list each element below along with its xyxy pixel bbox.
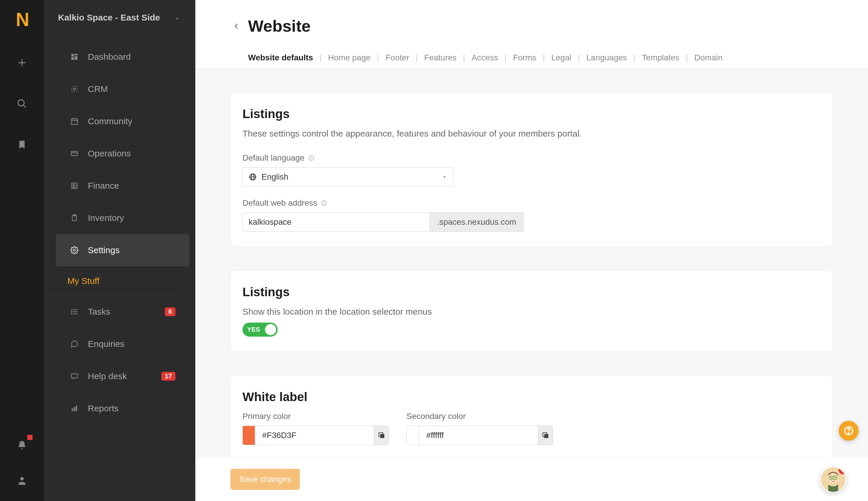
info-icon[interactable] [321, 200, 327, 206]
sidebar-item-label: Operations [88, 149, 175, 159]
sidebar-item-inventory[interactable]: Inventory [56, 202, 189, 234]
tab-features[interactable]: Features [424, 53, 457, 62]
tab-templates[interactable]: Templates [642, 53, 680, 62]
main: Website Website defaults|Home page|Foote… [195, 0, 868, 501]
sidebar-item-tasks[interactable]: Tasks 6 [56, 296, 189, 328]
card-title: White label [242, 390, 821, 404]
table-icon [70, 181, 79, 190]
svg-point-41 [324, 202, 324, 202]
svg-rect-43 [544, 434, 548, 438]
notifications-icon[interactable] [13, 437, 31, 454]
sidebar-item-label: Reports [88, 403, 175, 413]
default-language-select[interactable]: English [242, 167, 453, 186]
secondary-color-input[interactable] [419, 426, 538, 445]
sidebar-item-label: Help desk [88, 371, 161, 381]
search-icon[interactable] [13, 95, 31, 113]
tab-languages[interactable]: Languages [586, 53, 627, 62]
sidebar-item-reports[interactable]: Reports [56, 392, 189, 425]
copy-icon [378, 431, 386, 439]
bookmark-icon[interactable] [13, 136, 31, 153]
card-icon [70, 149, 79, 158]
svg-point-45 [848, 433, 849, 433]
svg-rect-7 [75, 56, 77, 60]
sidebar-item-community[interactable]: Community [56, 105, 189, 137]
help-float-button[interactable] [839, 421, 859, 441]
svg-point-28 [72, 313, 72, 314]
info-icon[interactable] [308, 155, 315, 161]
svg-rect-29 [72, 374, 78, 378]
web-address-input[interactable] [242, 212, 430, 232]
tabs: Website defaults|Home page|Footer|Featur… [230, 47, 833, 68]
page-title: Website [248, 17, 311, 35]
field-label-default-web: Default web address [242, 198, 821, 208]
icon-rail: N [0, 0, 44, 501]
add-icon[interactable] [13, 54, 31, 72]
svg-rect-42 [380, 434, 384, 438]
gear-icon [70, 84, 79, 94]
message-icon [70, 372, 79, 381]
svg-line-3 [23, 105, 26, 108]
tab-separator: | [504, 53, 507, 62]
tab-access[interactable]: Access [471, 53, 498, 62]
caret-down-icon [442, 174, 447, 180]
primary-color-input[interactable] [255, 426, 374, 445]
svg-rect-10 [72, 119, 78, 125]
copy-primary-button[interactable] [374, 426, 389, 445]
page-header: Website Website defaults|Home page|Foote… [195, 0, 868, 68]
bars-icon [70, 404, 79, 413]
sidebar-item-operations[interactable]: Operations [56, 137, 189, 170]
card-title: Listings [242, 285, 821, 299]
sidebar-item-label: Tasks [88, 307, 165, 317]
sidebar-item-settings[interactable]: Settings [56, 234, 189, 266]
svg-point-27 [72, 311, 72, 312]
location-visibility-toggle[interactable]: YES [242, 322, 278, 337]
org-name: Kalkio Space - East Side [58, 12, 168, 23]
sidebar: Kalkio Space - East Side Dashboard CRM C… [44, 0, 195, 501]
org-selector[interactable]: Kalkio Space - East Side [44, 12, 195, 23]
cog-icon [70, 246, 79, 255]
field-label-secondary-color: Secondary color [406, 412, 553, 421]
sidebar-sub-mystuff[interactable]: My Stuff [44, 266, 178, 296]
svg-point-26 [72, 309, 72, 310]
svg-point-22 [74, 249, 76, 252]
avatar-float-button[interactable]: 1 [820, 467, 846, 493]
sidebar-item-label: Enquiries [88, 339, 175, 349]
dashboard-icon [70, 52, 79, 62]
card-listings-settings: Listings These settings control the appe… [230, 92, 833, 247]
tab-website-defaults[interactable]: Website defaults [248, 53, 313, 62]
field-label-default-language: Default language [242, 153, 821, 163]
user-icon[interactable] [13, 472, 31, 489]
card-title: Listings [242, 107, 821, 121]
content[interactable]: Listings These settings control the appe… [195, 68, 868, 501]
sidebar-item-finance[interactable]: Finance [56, 170, 189, 202]
calendar-icon [70, 117, 79, 126]
sidebar-item-helpdesk[interactable]: Help desk 17 [56, 360, 189, 392]
tab-footer[interactable]: Footer [386, 53, 409, 62]
sidebar-item-crm[interactable]: CRM [56, 73, 189, 105]
svg-point-51 [835, 477, 835, 478]
list-icon [70, 307, 79, 317]
copy-secondary-button[interactable] [538, 426, 553, 445]
sidebar-item-label: Community [88, 116, 175, 126]
helpdesk-badge: 17 [161, 372, 175, 381]
tab-separator: | [633, 53, 636, 62]
copy-icon [542, 431, 550, 439]
tab-legal[interactable]: Legal [551, 53, 571, 62]
secondary-color-swatch[interactable] [407, 426, 419, 445]
tab-home-page[interactable]: Home page [328, 53, 370, 62]
tab-forms[interactable]: Forms [513, 53, 536, 62]
primary-color-swatch[interactable] [243, 426, 255, 445]
footer-bar: Save changes [195, 457, 868, 501]
sidebar-item-enquiries[interactable]: Enquiries [56, 328, 189, 360]
svg-rect-16 [72, 183, 77, 189]
card-desc: These settings control the appearance, f… [242, 129, 821, 139]
field-label-primary-color: Primary color [242, 412, 389, 421]
tab-domain[interactable]: Domain [694, 53, 723, 62]
back-button[interactable] [230, 20, 242, 32]
svg-rect-6 [75, 54, 77, 56]
sidebar-item-dashboard[interactable]: Dashboard [56, 41, 189, 73]
tab-separator: | [543, 53, 545, 62]
logo[interactable]: N [16, 9, 28, 31]
save-button[interactable]: Save changes [230, 469, 300, 490]
sidebar-item-label: CRM [88, 84, 175, 94]
